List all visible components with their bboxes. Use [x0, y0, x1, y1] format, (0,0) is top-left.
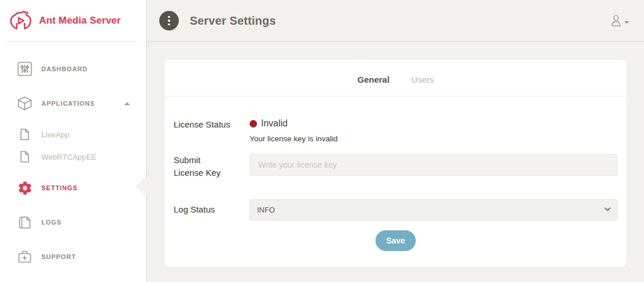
- applications-icon: [14, 96, 36, 111]
- save-button[interactable]: Save: [375, 230, 416, 251]
- log-status-label: Log Status: [174, 203, 215, 216]
- chevron-up-icon[interactable]: [124, 102, 130, 105]
- sidebar-item-label: WebRTCAppEE: [41, 153, 97, 161]
- sidebar-nav: DASHBOARD APPLICATIONS: [0, 42, 146, 268]
- license-status-text: Invalid: [261, 118, 288, 129]
- gear-icon: [14, 180, 36, 196]
- sidebar-item-label: LOGS: [41, 219, 62, 226]
- topbar: Server Settings: [147, 0, 644, 42]
- sidebar-item-label: SUPPORT: [41, 253, 76, 260]
- app-window: Ant Media Server DASHBOARD: [0, 0, 644, 282]
- logs-icon: [14, 215, 36, 229]
- logo-text: Ant Media Server: [39, 15, 121, 26]
- license-status-value: Invalid: [250, 118, 618, 129]
- settings-form: License Status Invalid Your license key …: [164, 96, 627, 251]
- logo[interactable]: Ant Media Server: [0, 0, 146, 41]
- sidebar-item-label: DASHBOARD: [41, 65, 88, 72]
- tab-bar: General Users: [164, 60, 627, 96]
- main-area: Server Settings General Users: [147, 0, 644, 282]
- content-area: General Users License Status Invalid You…: [147, 42, 644, 282]
- kebab-menu-icon: [168, 16, 170, 18]
- sidebar: Ant Media Server DASHBOARD: [0, 0, 147, 282]
- user-icon: [610, 14, 622, 27]
- file-icon: [14, 151, 36, 163]
- log-status-select[interactable]: INFO: [250, 199, 618, 221]
- submit-license-key-row: Submit License Key: [174, 154, 618, 179]
- user-menu-button[interactable]: [610, 14, 629, 27]
- support-icon: [14, 250, 36, 264]
- sidebar-item-label: APPLICATIONS: [41, 100, 95, 107]
- license-status-description: Your license key is invalid: [250, 134, 618, 143]
- sidebar-item-logs[interactable]: LOGS: [0, 211, 146, 233]
- sidebar-item-support[interactable]: SUPPORT: [0, 246, 146, 268]
- sidebar-item-liveapp[interactable]: LiveApp: [0, 123, 146, 145]
- log-status-row: Log Status INFO: [174, 199, 618, 221]
- tab-users[interactable]: Users: [411, 75, 434, 84]
- kebab-menu-button[interactable]: [159, 11, 179, 30]
- license-status-label: License Status: [174, 118, 250, 143]
- sidebar-item-webrtcappee[interactable]: WebRTCAppEE: [0, 146, 146, 168]
- license-key-input[interactable]: [250, 154, 618, 176]
- dashboard-icon: [14, 61, 36, 76]
- sidebar-item-label: SETTINGS: [41, 184, 78, 191]
- page-title: Server Settings: [190, 14, 276, 28]
- settings-card: General Users License Status Invalid You…: [164, 60, 627, 267]
- ant-media-logo-icon: [9, 10, 32, 31]
- submit-license-key-label: Submit License Key: [174, 154, 228, 179]
- chevron-down-icon: [624, 21, 629, 24]
- status-dot-icon: [250, 120, 257, 128]
- sidebar-item-label: LiveApp: [41, 130, 69, 139]
- sidebar-item-dashboard[interactable]: DASHBOARD: [0, 58, 146, 80]
- sidebar-item-settings[interactable]: SETTINGS: [0, 177, 146, 199]
- file-icon: [14, 129, 36, 140]
- license-status-row: License Status Invalid Your license key …: [174, 118, 618, 143]
- tab-general[interactable]: General: [357, 75, 389, 84]
- sidebar-item-applications[interactable]: APPLICATIONS: [0, 92, 146, 114]
